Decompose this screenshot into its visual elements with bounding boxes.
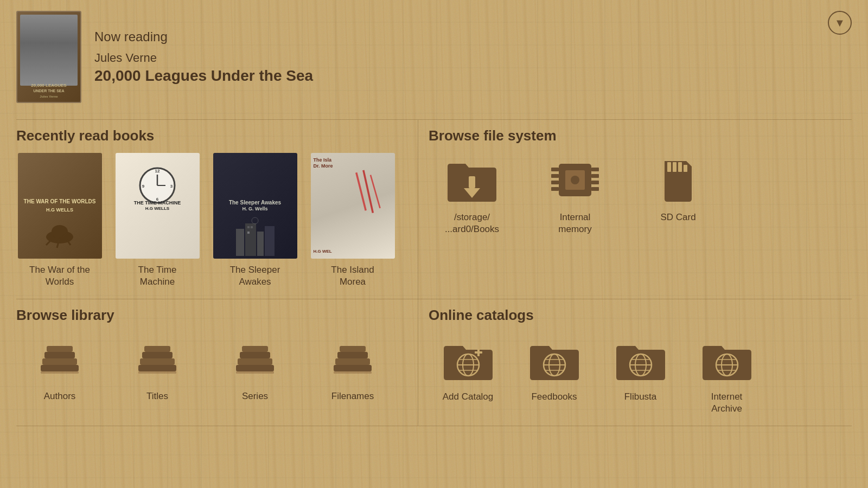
svg-text:6: 6: [156, 197, 159, 202]
sleeper-cover-art: [233, 213, 277, 256]
time-cover-art: 12 3 6 9: [136, 164, 179, 207]
svg-rect-35: [591, 187, 599, 191]
library-item-titles[interactable]: Titles: [114, 332, 201, 402]
browse-fs-section: Browse file system /storage/...ard0/Book…: [418, 120, 852, 299]
titles-label: Titles: [146, 391, 168, 402]
svg-rect-52: [238, 358, 272, 365]
book-item-time-machine[interactable]: THE TIME MACHINE H.G WELLS 12 3 6 9: [114, 153, 201, 288]
now-reading-info: Now reading Jules Verne 20,000 Leagues U…: [94, 29, 313, 85]
war-cover-art: [38, 210, 81, 253]
svg-rect-32: [591, 168, 599, 171]
filenames-label: Filenames: [331, 391, 374, 402]
svg-rect-28: [551, 168, 559, 171]
fs-item-sdcard[interactable]: SD Card: [635, 153, 722, 223]
add-catalog-icon: [438, 332, 498, 387]
filenames-icon: [323, 332, 382, 387]
recently-read-title: Recently read books: [16, 120, 412, 144]
svg-rect-31: [551, 187, 559, 191]
svg-point-20: [252, 217, 258, 224]
library-item-series[interactable]: Series: [212, 332, 298, 402]
book-thumb-time: THE TIME MACHINE H.G WELLS 12 3 6 9: [116, 153, 200, 259]
svg-rect-47: [140, 358, 175, 365]
browse-fs-title: Browse file system: [429, 120, 846, 144]
svg-rect-50: [138, 371, 176, 374]
svg-rect-15: [257, 232, 264, 256]
now-reading-section: 20,000 LEAGUES UNDER THE SEA Jules Verne…: [16, 11, 852, 103]
browse-library-title: Browse library: [16, 299, 412, 324]
series-label: Series: [242, 391, 268, 402]
fs-item-storage[interactable]: /storage/...ard0/Books: [429, 153, 515, 235]
svg-rect-39: [678, 162, 682, 172]
dropdown-icon: ▼: [834, 17, 845, 29]
svg-rect-18: [251, 226, 253, 228]
book-item-war-of-worlds[interactable]: THE WAR OF THE WORLDS H.G WELLS: [16, 153, 103, 288]
svg-point-36: [571, 176, 579, 184]
chip-icon: [545, 153, 605, 207]
book-thumb-island: The IslaDr. More H.G WEL: [311, 153, 395, 259]
internal-memory-label: Internalmemory: [558, 211, 591, 235]
current-book-title: 20,000 Leagues Under the Sea: [94, 67, 313, 85]
feedbooks-label: Feedbooks: [531, 391, 577, 403]
svg-rect-60: [334, 371, 372, 374]
svg-rect-43: [44, 352, 75, 358]
svg-rect-54: [242, 346, 268, 352]
svg-rect-37: [667, 162, 671, 172]
svg-rect-40: [684, 165, 687, 172]
svg-rect-57: [335, 358, 370, 365]
svg-rect-67: [477, 349, 480, 356]
svg-rect-19: [247, 232, 250, 234]
folder-download-icon: [442, 153, 502, 207]
svg-rect-44: [47, 346, 73, 352]
authors-label: Authors: [44, 391, 76, 402]
svg-rect-51: [236, 365, 274, 371]
current-book-cover[interactable]: 20,000 LEAGUES UNDER THE SEA Jules Verne: [16, 11, 81, 103]
book-item-sleeper[interactable]: The Sleeper Awakes H. G. Wells: [212, 153, 298, 288]
svg-rect-55: [236, 371, 274, 374]
catalog-item-add[interactable]: Add Catalog: [429, 332, 507, 403]
catalog-icons-row: Add Catalog Feedbooks: [429, 332, 846, 415]
svg-rect-34: [591, 181, 599, 184]
now-reading-label: Now reading: [94, 29, 313, 44]
browse-library-section: Browse library: [16, 299, 418, 426]
internet-archive-label: InternetArchive: [711, 391, 743, 415]
catalog-item-internet-archive[interactable]: InternetArchive: [687, 332, 766, 415]
svg-text:9: 9: [142, 184, 145, 189]
catalog-item-flibusta[interactable]: Flibusta: [601, 332, 680, 403]
dropdown-button[interactable]: ▼: [828, 11, 852, 35]
titles-icon: [127, 332, 187, 387]
storage-label: /storage/...ard0/Books: [445, 211, 499, 235]
book-title-island: The IslandMorea: [331, 264, 374, 288]
authors-icon: [30, 332, 90, 387]
svg-rect-45: [41, 371, 79, 374]
svg-rect-38: [673, 162, 676, 172]
svg-rect-24: [469, 176, 475, 188]
sd-card-label: SD Card: [660, 211, 695, 223]
svg-rect-13: [236, 229, 244, 256]
svg-rect-41: [41, 365, 79, 371]
book-thumb-sleeper: The Sleeper Awakes H. G. Wells: [213, 153, 297, 259]
library-item-authors[interactable]: Authors: [16, 332, 103, 402]
books-row: THE WAR OF THE WORLDS H.G WELLS: [16, 153, 412, 288]
series-icon: [225, 332, 285, 387]
feedbooks-icon: [525, 332, 584, 387]
svg-rect-48: [142, 352, 173, 358]
svg-rect-59: [340, 346, 366, 352]
book-item-island[interactable]: The IslaDr. More H.G WEL The IslandMorea: [309, 153, 396, 288]
svg-text:3: 3: [170, 184, 173, 189]
svg-rect-29: [551, 174, 559, 178]
catalog-item-feedbooks[interactable]: Feedbooks: [515, 332, 593, 403]
fs-item-internal[interactable]: Internalmemory: [532, 153, 618, 235]
svg-text:12: 12: [155, 169, 160, 174]
book-title-war: The War of theWorlds: [29, 264, 90, 288]
svg-point-4: [52, 225, 68, 238]
svg-rect-46: [138, 365, 176, 371]
add-catalog-label: Add Catalog: [443, 391, 494, 403]
recently-read-section: Recently read books THE WAR OF THE WORLD…: [16, 120, 418, 299]
svg-rect-49: [144, 346, 170, 352]
library-item-filenames[interactable]: Filenames: [309, 332, 396, 402]
internet-archive-icon: [697, 332, 757, 387]
svg-rect-56: [334, 365, 372, 371]
sd-card-icon: [648, 153, 708, 207]
current-book-author: Jules Verne: [94, 51, 313, 65]
flibusta-icon: [611, 332, 671, 387]
